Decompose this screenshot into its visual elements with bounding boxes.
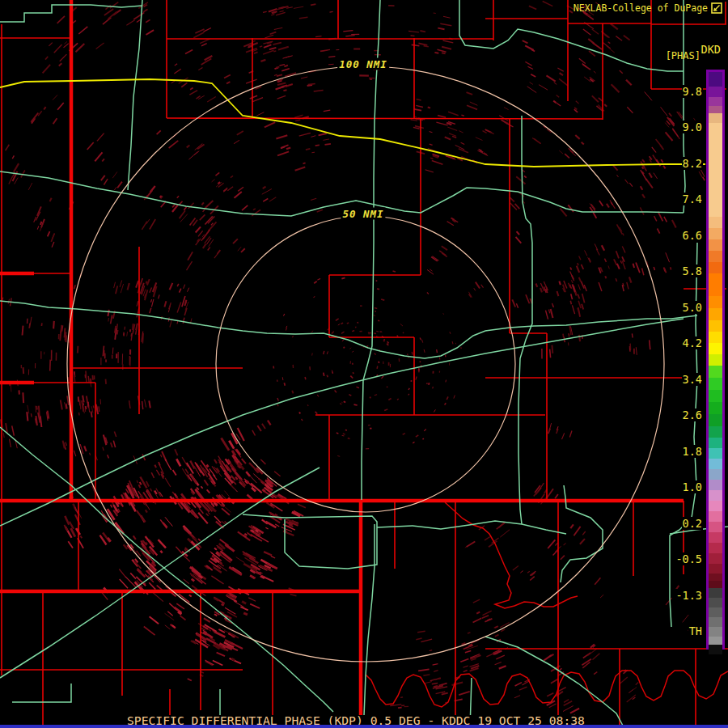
colorbar-segment	[709, 564, 722, 574]
river-line	[0, 319, 684, 526]
colorbar-segment	[709, 627, 722, 637]
station-id: DKD	[701, 43, 721, 56]
colorbar-segment	[709, 637, 722, 645]
colorbar-tick-label: 7.4	[682, 193, 703, 205]
colorbar-tick-label: 1.8	[682, 446, 703, 457]
units-label: [PHAS]	[666, 50, 700, 61]
colorbar-segment	[709, 588, 722, 598]
colorbar-segment	[709, 426, 722, 438]
colorbar	[706, 70, 725, 650]
colorbar-segment	[709, 239, 722, 251]
colorbar-segment	[709, 273, 722, 296]
colorbar-segment	[709, 414, 722, 426]
colorbar-segment	[709, 262, 722, 273]
colorbar-segment	[709, 366, 722, 378]
colorbar-segment	[709, 72, 722, 87]
colorbar-segment	[709, 113, 722, 123]
colorbar-segment	[709, 490, 722, 501]
colorbar-tick-label: 8.2	[682, 158, 703, 169]
range-ring-label: 50 NMI	[341, 208, 385, 220]
colorbar-tick-label: 5.0	[682, 302, 703, 313]
colorbar-segment	[709, 598, 722, 607]
colorbar-segment	[709, 438, 722, 448]
colorbar-tick-label: 2.6	[682, 409, 703, 421]
colorbar-tick-label: 9.0	[682, 121, 703, 133]
colorbar-tick-label: 3.4	[682, 374, 703, 385]
range-ring-label: 100 NMI	[337, 58, 389, 70]
colorbar-segment	[709, 123, 722, 217]
colorbar-segment	[709, 522, 722, 532]
highway-yellow-line	[0, 79, 705, 167]
colorbar-tick-label: 1.0	[682, 481, 703, 493]
colorbar-segment	[709, 332, 722, 343]
colorbar-segment	[709, 607, 722, 617]
colorbar-segment	[709, 343, 722, 354]
colorbar-segment	[709, 574, 722, 581]
colorbar-segment	[709, 448, 722, 459]
bottom-strip	[0, 725, 728, 728]
colorbar-tick-label: 6.6	[682, 230, 703, 241]
river-line	[684, 0, 685, 213]
colorbar-tick-label: 5.8	[682, 265, 703, 277]
resize-arrow-icon	[711, 2, 722, 14]
colorbar-segment	[709, 511, 722, 522]
county-line	[167, 118, 603, 119]
red-river-line	[366, 671, 728, 707]
colorbar-tick-label: -0.5	[675, 553, 703, 565]
colorbar-segment	[709, 501, 722, 511]
colorbar-segment	[709, 390, 722, 402]
river-line	[128, 0, 142, 190]
colorbar-segment	[709, 402, 722, 414]
colorbar-segment	[709, 217, 722, 228]
colorbar-segment	[709, 106, 722, 113]
range-ring	[216, 216, 515, 512]
colorbar-segment	[709, 354, 722, 366]
colorbar-segment	[709, 97, 722, 106]
colorbar-segment	[709, 308, 722, 320]
colorbar-tick-label: TH	[688, 625, 703, 637]
radar-map	[0, 0, 728, 728]
colorbar-segment	[709, 532, 722, 543]
river-line	[0, 301, 697, 358]
colorbar-segment	[709, 617, 722, 627]
colorbar-tick-label: 4.2	[682, 337, 703, 349]
colorbar-segment	[709, 480, 722, 490]
colorbar-segment	[709, 296, 722, 308]
colorbar-segment	[709, 581, 722, 588]
colorbar-segment	[709, 251, 722, 262]
river-line	[12, 684, 71, 702]
colorbar-segment	[709, 553, 722, 564]
colorbar-segment	[709, 645, 722, 654]
brand-text: NEXLAB-College of DuPage	[574, 2, 708, 14]
radar-screen: NEXLAB-College of DuPage DKD [PHAS] 9.89…	[0, 0, 728, 728]
colorbar-tick-label: 0.2	[682, 518, 703, 529]
colorbar-segment	[709, 378, 722, 390]
colorbar-segment	[709, 87, 722, 97]
colorbar-segment	[709, 459, 722, 469]
colorbar-segment	[709, 469, 722, 480]
colorbar-segment	[709, 543, 722, 553]
river-line	[377, 521, 566, 534]
brand: NEXLAB-College of DuPage	[574, 2, 722, 14]
river-line	[364, 524, 375, 716]
colorbar-segment	[709, 320, 722, 332]
colorbar-tick-label: 9.8	[682, 86, 703, 97]
colorbar-segment	[709, 228, 722, 239]
colorbar-tick-label: -1.3	[675, 590, 703, 601]
